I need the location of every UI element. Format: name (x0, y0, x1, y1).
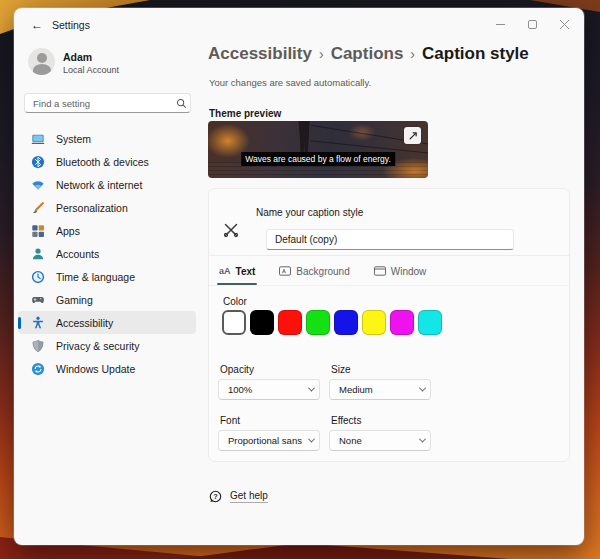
personalization-icon (30, 200, 45, 215)
sidebar-item-label: Network & internet (56, 179, 142, 191)
wallpaper-shape (180, 543, 510, 559)
color-swatch-red[interactable] (278, 310, 302, 335)
sidebar-item-time-language[interactable]: Time & language (18, 265, 196, 288)
color-swatch-cyan[interactable] (418, 310, 442, 335)
main-content: Accessibility › Captions › Caption style… (208, 8, 584, 545)
accounts-icon (30, 246, 45, 261)
breadcrumb-accessibility[interactable]: Accessibility (208, 44, 312, 64)
sidebar-item-label: Apps (56, 225, 80, 237)
sidebar-item-network[interactable]: Network & internet (18, 173, 196, 196)
apps-icon (30, 223, 45, 238)
chevron-down-icon (414, 387, 430, 392)
sidebar-item-personalization[interactable]: Personalization (18, 196, 196, 219)
tab-background[interactable]: Background (279, 259, 349, 283)
breadcrumb: Accessibility › Captions › Caption style (208, 44, 529, 64)
color-swatch-yellow[interactable] (362, 310, 386, 335)
tab-window[interactable]: Window (374, 259, 427, 283)
font-dropdown[interactable]: Proportional sans s... (218, 430, 320, 451)
caption-name-input[interactable] (266, 229, 514, 250)
expand-preview-button[interactable] (404, 127, 421, 144)
sidebar-item-accessibility[interactable]: Accessibility (18, 311, 196, 334)
sidebar-item-label: Time & language (56, 271, 135, 283)
accessibility-icon (30, 315, 45, 330)
settings-window: ← Settings Adam Local Account System (14, 8, 584, 545)
sidebar-item-label: Windows Update (56, 363, 135, 375)
sidebar-item-label: Gaming (56, 294, 93, 306)
sidebar-item-label: Privacy & security (56, 340, 139, 352)
sidebar-item-privacy[interactable]: Privacy & security (18, 334, 196, 357)
windows-update-icon (30, 361, 45, 376)
color-swatch-white[interactable] (222, 310, 246, 335)
sidebar-nav: System Bluetooth & devices Network & int… (18, 127, 196, 380)
system-icon (30, 131, 45, 146)
window-title: Settings (52, 19, 90, 31)
expand-preview-icon (408, 131, 418, 141)
back-button[interactable]: ← (28, 17, 46, 33)
background-tab-icon (279, 266, 291, 276)
gaming-icon (30, 292, 45, 307)
window-tab-icon (374, 266, 386, 276)
breadcrumb-separator: › (319, 46, 324, 62)
color-swatch-green[interactable] (306, 310, 330, 335)
color-swatch-black[interactable] (250, 310, 274, 335)
chevron-down-icon (303, 387, 319, 392)
autosave-note: Your changes are saved automatically. (209, 77, 371, 88)
preview-caption-text: Waves are caused by a flow of energy. (241, 152, 395, 166)
caption-style-card: Name your caption style aA Text Backgrou… (208, 188, 570, 462)
theme-preview-label: Theme preview (209, 108, 281, 119)
size-label: Size (331, 364, 350, 375)
sidebar-item-accounts[interactable]: Accounts (18, 242, 196, 265)
get-help-link[interactable]: ? Get help (209, 490, 268, 503)
user-account-type: Local Account (63, 65, 119, 75)
font-label: Font (220, 415, 240, 426)
network-icon (30, 177, 45, 192)
divider (209, 285, 569, 286)
color-swatch-blue[interactable] (334, 310, 358, 335)
opacity-label: Opacity (220, 364, 254, 375)
tab-text[interactable]: aA Text (219, 259, 255, 283)
sidebar-item-label: Accounts (56, 248, 99, 260)
chevron-down-icon (303, 438, 319, 443)
color-swatches (222, 310, 442, 335)
sidebar-item-apps[interactable]: Apps (18, 219, 196, 242)
text-tab-icon: aA (219, 266, 231, 276)
sidebar-item-windows-update[interactable]: Windows Update (18, 357, 196, 380)
search-input[interactable] (25, 98, 172, 109)
page-title: Caption style (422, 44, 529, 64)
sidebar-item-gaming[interactable]: Gaming (18, 288, 196, 311)
time-language-icon (30, 269, 45, 284)
breadcrumb-captions[interactable]: Captions (331, 44, 404, 64)
avatar[interactable] (28, 48, 55, 75)
search-icon[interactable] (172, 98, 190, 109)
help-icon: ? (209, 490, 222, 503)
sidebar-item-bluetooth[interactable]: Bluetooth & devices (18, 150, 196, 173)
caption-style-icon (222, 221, 240, 243)
bluetooth-icon (30, 154, 45, 169)
divider (209, 255, 569, 256)
effects-label: Effects (331, 415, 361, 426)
breadcrumb-separator: › (410, 46, 415, 62)
chevron-down-icon (414, 438, 430, 443)
privacy-shield-icon (30, 338, 45, 353)
svg-text:?: ? (213, 492, 218, 501)
sidebar-item-label: Accessibility (56, 317, 113, 329)
theme-preview-image: Waves are caused by a flow of energy. (208, 121, 428, 178)
opacity-dropdown[interactable]: 100% (218, 379, 320, 400)
user-name: Adam (63, 51, 92, 63)
sidebar-item-label: System (56, 133, 91, 145)
size-dropdown[interactable]: Medium (329, 379, 431, 400)
caption-name-label: Name your caption style (256, 207, 363, 218)
sidebar-item-label: Bluetooth & devices (56, 156, 149, 168)
sidebar-item-label: Personalization (56, 202, 128, 214)
color-swatch-magenta[interactable] (390, 310, 414, 335)
search-box[interactable] (24, 93, 191, 113)
caption-style-tabs: aA Text Background Window (219, 259, 450, 283)
effects-dropdown[interactable]: None (329, 430, 431, 451)
color-label: Color (223, 296, 247, 307)
sidebar-item-system[interactable]: System (18, 127, 196, 150)
